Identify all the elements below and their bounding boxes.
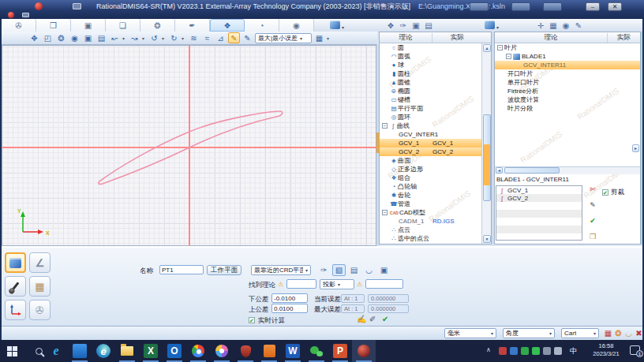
section-row-empty[interactable] [496, 210, 582, 218]
taskbar-app-explorer[interactable] [115, 340, 139, 362]
blade-tool-4-icon[interactable]: ✎ [573, 21, 584, 30]
section-row-empty[interactable] [496, 233, 582, 241]
tree-item-slot[interactable]: ▭键槽 [380, 95, 481, 104]
scroll-up-icon[interactable]: ▲ [483, 44, 491, 52]
coord-system-dropdown[interactable]: Cart▾ [561, 328, 599, 338]
probe-tool-button[interactable] [5, 276, 26, 297]
taskbar-app-excel[interactable]: X [139, 340, 163, 362]
section-row-gcv2[interactable]: ʃGCV_2 [496, 194, 582, 202]
tray-app-icon-3[interactable] [521, 347, 529, 355]
scroll-left-icon[interactable]: ◄ [496, 167, 503, 174]
tree-item-cone[interactable]: ▲圆锥 [380, 78, 481, 87]
graphics-viewport[interactable]: Y X [2, 45, 376, 246]
alignment-tool-button[interactable] [5, 300, 26, 320]
tree-item-sphere[interactable]: ●球 [380, 61, 481, 69]
feature-tool-3-icon[interactable]: ▣ [410, 21, 421, 30]
mark-result-icon[interactable]: ✐ [369, 315, 376, 323]
scrollbar-thumb[interactable] [504, 167, 560, 174]
tree-item-pipe[interactable]: ☎管道 [380, 200, 481, 208]
taskbar-clock[interactable]: 16:58 2023/3/21 [586, 342, 627, 358]
trim-option[interactable]: ✔ 剪裁 [602, 188, 624, 197]
title-tray-icon-1[interactable] [470, 2, 489, 11]
section-row-empty[interactable] [496, 218, 582, 226]
accept-icon[interactable]: ✔ [382, 315, 388, 323]
feature-mode-button-selected[interactable] [5, 252, 26, 273]
tree-item-gcv-inter1[interactable]: GCV_INTER1 [380, 130, 481, 139]
tray-speaker-icon[interactable] [543, 347, 551, 355]
feature-panel-scrollbar[interactable]: ▲ ▼ [481, 43, 491, 244]
chevron-down-icon[interactable]: ▾ [162, 35, 167, 41]
taskbar-app-outlook[interactable]: O [163, 340, 186, 362]
edit-result-icon[interactable]: ✍ [357, 315, 366, 323]
theory-column-header[interactable]: 理论 [380, 33, 432, 43]
quick-access-logo-icon[interactable] [8, 12, 14, 18]
fixture-tool-button[interactable]: ▦ [29, 276, 51, 297]
tree-item-firtree-analysis[interactable]: Firtree分析 [495, 87, 640, 95]
tree-item-ellipse[interactable]: ⊜椭圆 [380, 87, 481, 95]
chevron-down-icon[interactable]: ▾ [142, 35, 147, 41]
annotate-pen2-icon[interactable]: ✎ [242, 32, 253, 43]
blade-section-table[interactable]: ʃGCV_1 ʃGCV_2 [496, 185, 582, 241]
ribbon-tab-7-selected[interactable]: ❖ [210, 19, 245, 32]
taskbar-app-ie[interactable]: e [44, 340, 68, 362]
blade-tool-2-icon[interactable]: ▦ [548, 21, 559, 30]
tree-item-open-blade[interactable]: 开口叶片 [495, 69, 640, 78]
tree-item-cadm-1[interactable]: CADM_1RD.IGS [380, 217, 481, 226]
taskbar-app-edge[interactable]: e [92, 340, 115, 362]
tray-expand-icon[interactable]: ∧ [486, 346, 491, 353]
taskbar-app-security[interactable] [234, 340, 257, 362]
quick-access-monitor-icon[interactable] [22, 13, 29, 17]
section-row-empty[interactable] [496, 202, 582, 210]
view-toggle-3-icon[interactable]: ▤ [347, 264, 361, 276]
ime-indicator[interactable]: 中 [570, 346, 577, 356]
trim-checkbox[interactable]: ✔ [602, 189, 608, 196]
projection-dropdown[interactable]: 投影▾ [320, 279, 354, 289]
theory-column-header[interactable]: 理论 [495, 33, 607, 43]
view-eye-icon[interactable]: ◉ [69, 32, 80, 43]
section-row-empty[interactable] [496, 226, 582, 233]
chevron-down-icon[interactable]: ▾ [496, 24, 499, 30]
scroll-down-icon[interactable]: ▼ [483, 235, 491, 243]
actual-column-header[interactable]: 实际 [432, 33, 482, 43]
chevron-down-icon[interactable]: ▾ [327, 35, 331, 41]
ribbon-tab-4[interactable]: ❏ [106, 19, 140, 32]
collapse-icon[interactable]: − [506, 54, 511, 59]
start-button[interactable] [0, 340, 24, 362]
tree-item-circle[interactable]: ○圆 [380, 43, 481, 52]
tray-app-icon-2[interactable] [510, 347, 518, 355]
taskbar-app-design[interactable] [210, 340, 234, 362]
lower-tolerance-input[interactable] [271, 293, 308, 303]
tree-item-group[interactable]: ❖组合 [380, 174, 481, 182]
sketch-tool-1-icon[interactable]: ↜ [109, 32, 121, 43]
tree-item-camshaft[interactable]: ◔凸轮轴 [380, 182, 481, 191]
ribbon-tab-6[interactable]: ✒ [175, 19, 210, 32]
view-toggle-1-icon[interactable]: ✑ [317, 264, 331, 276]
feature-tool-4-icon[interactable]: ▤ [423, 21, 434, 30]
taskbar-app-wechat[interactable] [305, 340, 328, 362]
tree-item-surface[interactable]: ◈曲面 [380, 156, 481, 165]
actual-column-header[interactable]: 实际 [607, 33, 640, 43]
tree-item-polygon[interactable]: ◇正多边形 [380, 165, 481, 174]
feature-tool-1-icon[interactable]: ❖ [385, 21, 396, 30]
feature-tool-2-icon[interactable]: ✑ [398, 21, 409, 30]
blade-tool-3-icon[interactable]: ◉ [560, 21, 571, 30]
realtime-checkbox[interactable]: ✔ [249, 317, 255, 323]
chevron-down-icon[interactable]: ▾ [122, 35, 127, 41]
sketch-tool-2-icon[interactable]: ↝ [129, 32, 140, 43]
ribbon-tab-9[interactable]: ◉ [279, 19, 314, 32]
pan-icon[interactable]: ✥ [28, 32, 40, 43]
tree-item-cad-model-group[interactable]: −CADCAD模型 [380, 208, 481, 217]
blade-panel-hscrollbar[interactable]: ◄ [495, 166, 640, 174]
tree-item-blade-segment[interactable]: 叶片分段 [495, 104, 640, 113]
units-dropdown[interactable]: 毫米▾ [444, 328, 496, 338]
collapse-panel-icon[interactable]: ► [632, 144, 639, 152]
blade-tool-1-icon[interactable]: ✛ [535, 21, 546, 30]
tray-display-icon[interactable] [554, 347, 562, 355]
title-tray-icon-2[interactable] [511, 2, 530, 11]
tree-item-point-cloud[interactable]: ∴点云 [380, 226, 481, 234]
machine-tool-button[interactable]: ✇ [29, 300, 51, 320]
view-toggle-4-icon[interactable]: ◡ [362, 264, 376, 276]
status-probe-icon[interactable]: ◡ [623, 328, 634, 338]
angle-dropdown[interactable]: 角度▾ [503, 328, 555, 338]
taskbar-app-remote[interactable] [68, 340, 92, 362]
